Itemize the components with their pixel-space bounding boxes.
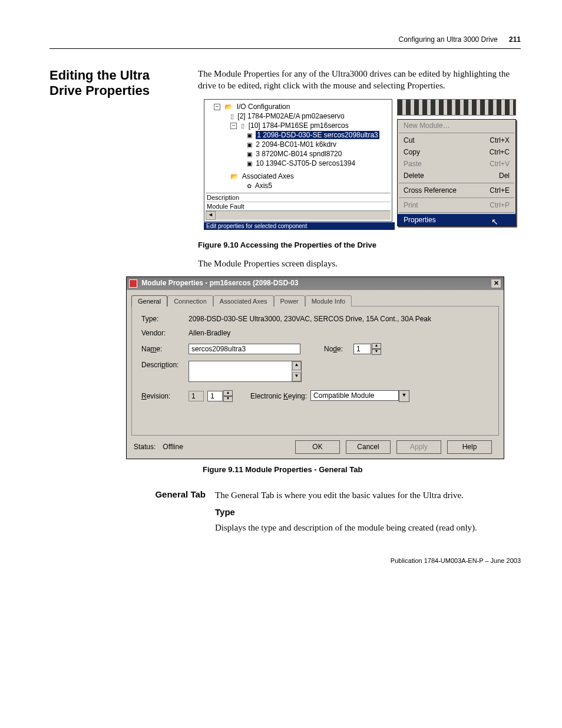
general-tab-body: The General Tab is where you edit the ba… bbox=[215, 489, 464, 501]
spin-down-icon[interactable]: ▼ bbox=[223, 396, 233, 402]
electronic-keying-label: Electronic Keying: bbox=[250, 392, 307, 400]
menu-shortcut: Ctrl+P bbox=[490, 201, 510, 209]
tree-node[interactable]: [2] 1784-PM02AE/A pm02aeservo bbox=[206, 111, 391, 121]
horizontal-scrollbar[interactable]: ◄ bbox=[206, 210, 391, 220]
module-fault-cell: Module Fault bbox=[206, 202, 391, 210]
menu-new-module: New Module… bbox=[398, 120, 515, 131]
figure-9-10: – I/O Configuration [2] 1784-PM02AE/A pm… bbox=[204, 99, 521, 236]
page-number: 211 bbox=[509, 35, 521, 44]
status-label: Status: bbox=[134, 443, 156, 451]
header-rule bbox=[49, 48, 521, 49]
axis-icon bbox=[247, 182, 253, 190]
section-heading: Editing the Ultra Drive Properties bbox=[49, 68, 179, 99]
tree-drive[interactable]: 3 8720MC-B014 spndl8720 bbox=[206, 149, 391, 159]
drive-icon bbox=[247, 150, 254, 158]
apply-button: Apply bbox=[396, 440, 441, 454]
revision-minor-field[interactable] bbox=[207, 391, 223, 401]
chapter-title: Configuring an Ultra 3000 Drive bbox=[399, 35, 498, 44]
spin-down-icon[interactable]: ▼ bbox=[372, 349, 381, 355]
tree-root[interactable]: – I/O Configuration bbox=[206, 102, 391, 111]
menu-delete[interactable]: Delete Del bbox=[398, 170, 515, 182]
revision-label: Revision: bbox=[141, 392, 189, 400]
menu-label: Print bbox=[404, 201, 418, 209]
spin-up-icon[interactable]: ▲ bbox=[372, 343, 381, 349]
node-label: Node: bbox=[324, 345, 353, 353]
tree-drive-label: 2 2094-BC01-M01 k6kdrv bbox=[256, 140, 336, 149]
node-stepper[interactable]: ▲▼ bbox=[353, 343, 381, 355]
vendor-value: Allen-Bradley bbox=[189, 329, 230, 337]
menu-cut[interactable]: Cut Ctrl+X bbox=[398, 134, 515, 146]
toolbar-strip bbox=[397, 99, 516, 116]
cancel-button[interactable]: Cancel bbox=[346, 440, 391, 454]
tab-connection[interactable]: Connection bbox=[167, 295, 213, 307]
menu-print: Print Ctrl+P bbox=[398, 199, 515, 211]
menu-label: New Module… bbox=[404, 121, 450, 130]
help-button[interactable]: Help bbox=[447, 440, 492, 454]
menu-shortcut: Ctrl+E bbox=[490, 186, 510, 195]
vendor-label: Vendor: bbox=[141, 329, 189, 337]
menu-label: Properties bbox=[404, 216, 436, 224]
dialog-title: Module Properties - pm16sercos (2098-DSD… bbox=[141, 279, 298, 287]
drive-icon bbox=[247, 159, 254, 167]
collapse-icon[interactable]: – bbox=[230, 123, 237, 129]
revision-minor-stepper[interactable]: ▲▼ bbox=[207, 390, 233, 402]
window-icon bbox=[129, 279, 137, 288]
tree-root-label: I/O Configuration bbox=[237, 103, 290, 111]
menu-label: Paste bbox=[404, 160, 422, 168]
tree-node-label: [10] 1784-PM16SE pm16sercos bbox=[249, 121, 349, 130]
menu-separator bbox=[399, 197, 514, 198]
node-field[interactable] bbox=[353, 344, 371, 354]
folder-icon bbox=[224, 103, 234, 111]
ok-button[interactable]: OK bbox=[295, 440, 340, 454]
dialog-footer: Status: Offline OK Cancel Apply Help bbox=[127, 436, 504, 459]
scroll-left-button[interactable]: ◄ bbox=[206, 211, 216, 220]
general-tab-page: Type: 2098-DSD-030-SE Ultra3000, 230VAC,… bbox=[131, 306, 499, 436]
type-subhead: Type bbox=[215, 507, 521, 517]
tab-general[interactable]: General bbox=[131, 295, 167, 307]
menu-shortcut: Del bbox=[499, 172, 510, 180]
menu-cross-reference[interactable]: Cross Reference Ctrl+E bbox=[398, 185, 515, 196]
menu-copy[interactable]: Copy Ctrl+C bbox=[398, 146, 515, 158]
menu-label: Cut bbox=[404, 136, 415, 144]
collapse-icon[interactable]: – bbox=[214, 104, 220, 110]
menu-separator bbox=[399, 212, 514, 213]
publication-note: Publication 1784-UM003A-EN-P – June 2003 bbox=[49, 557, 521, 564]
tree-axis[interactable]: Axis5 bbox=[206, 181, 391, 190]
menu-label: Cross Reference bbox=[404, 186, 457, 195]
context-menu: New Module… Cut Ctrl+X Copy Ctrl+C Past bbox=[397, 119, 516, 226]
tab-power[interactable]: Power bbox=[274, 295, 305, 307]
description-field[interactable]: ▲▼ bbox=[189, 361, 302, 382]
revision-major-field bbox=[189, 391, 204, 401]
figure-9-10-caption: Figure 9.10 Accessing the Properties of … bbox=[198, 241, 521, 249]
card-icon bbox=[230, 112, 236, 120]
type-label: Type: bbox=[141, 315, 189, 323]
io-config-tree[interactable]: – I/O Configuration [2] 1784-PM02AE/A pm… bbox=[204, 99, 392, 222]
dialog-titlebar[interactable]: Module Properties - pm16sercos (2098-DSD… bbox=[127, 277, 504, 290]
module-properties-dialog: Module Properties - pm16sercos (2098-DSD… bbox=[126, 276, 504, 459]
drive-icon bbox=[247, 140, 254, 149]
folder-icon bbox=[230, 172, 240, 180]
figure-9-11-caption: Figure 9.11 Module Properties - General … bbox=[203, 465, 521, 474]
tree-drive-selected[interactable]: 1 2098-DSD-030-SE sercos2098ultra3 bbox=[206, 130, 391, 140]
tree-drive-label: 1 2098-DSD-030-SE sercos2098ultra3 bbox=[256, 131, 379, 139]
tree-status-area: Description Module Fault bbox=[206, 193, 391, 210]
tree-node-label: [2] 1784-PM02AE/A pm02aeservo bbox=[237, 112, 344, 120]
close-button[interactable]: ✕ bbox=[491, 279, 501, 288]
tree-node[interactable]: – [10] 1784-PM16SE pm16sercos bbox=[206, 121, 391, 130]
tree-assoc-axes[interactable]: Associated Axes bbox=[206, 172, 391, 181]
spin-up-icon[interactable]: ▲ bbox=[223, 390, 233, 396]
description-scrollbar[interactable]: ▲▼ bbox=[292, 361, 301, 381]
name-field[interactable] bbox=[189, 344, 300, 354]
menu-separator bbox=[399, 183, 514, 183]
tree-drive[interactable]: 10 1394C-SJT05-D sercos1394 bbox=[206, 159, 391, 168]
description-cell: Description bbox=[206, 193, 391, 202]
chevron-down-icon[interactable]: ▼ bbox=[399, 390, 409, 402]
tree-drive[interactable]: 2 2094-BC01-M01 k6kdrv bbox=[206, 140, 391, 149]
tree-drive-label: 10 1394C-SJT05-D sercos1394 bbox=[256, 159, 355, 167]
tab-module-info[interactable]: Module Info bbox=[305, 295, 352, 307]
tree-axis-label: Axis5 bbox=[255, 182, 272, 190]
electronic-keying-combo[interactable]: ▼ bbox=[310, 390, 409, 402]
running-head: Configuring an Ultra 3000 Drive 211 bbox=[49, 35, 521, 44]
electronic-keying-field[interactable] bbox=[310, 390, 399, 401]
tab-associated-axes[interactable]: Associated Axes bbox=[213, 295, 274, 307]
